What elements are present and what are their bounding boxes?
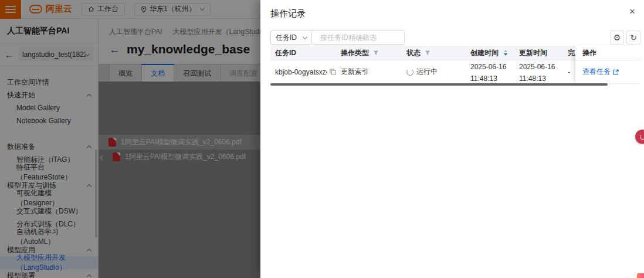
horizontal-scrollbar[interactable] [270,83,608,86]
operation-type-cell: 更新索引 [336,67,402,77]
chevron-down-icon [303,34,307,39]
status-cell: 运行中 [402,67,466,77]
created-at-cell: 2025-06-16 11:48:13 [466,59,514,84]
headset-icon [640,134,644,140]
column-header-finished-at: 完成时间 [563,48,575,58]
finished-at-cell: - [563,68,575,76]
column-header-updated-at: 更新时间 [514,48,563,58]
task-id: kbjob-0ogyatsxzo... [275,68,327,76]
refresh-icon[interactable]: ↻ [626,30,640,45]
status-text: 运行中 [416,67,438,77]
view-task-link[interactable]: 查看任务 [582,67,619,77]
filter-row: 任务ID [270,30,405,45]
operation-records-drawer: 操作记录 × 任务ID ⚙ ↻ 任务ID 操作类型 状态 创建时间 [260,0,644,278]
column-header-task-id: 任务ID [270,48,336,58]
filter-field-select[interactable]: 任务ID [270,30,312,45]
sort-icon[interactable] [504,50,507,56]
column-header-created-at[interactable]: 创建时间 [466,48,514,58]
table-toolbar: ⚙ ↻ [610,30,640,45]
search-box [312,30,405,45]
action-cell: 查看任务 [575,60,640,84]
filter-icon[interactable] [425,50,431,56]
filter-field-value: 任务ID [276,33,297,43]
updated-at-cell: 2025-06-16 11:48:13 [514,59,563,84]
external-link-icon [613,69,619,75]
task-id-cell: kbjob-0ogyatsxzo... [270,68,336,76]
corner-floating-widget[interactable] [637,273,644,278]
search-input[interactable] [320,33,411,42]
close-icon[interactable]: × [626,6,638,18]
fixed-action-column: 操作 查看任务 [575,46,640,84]
operation-records-table: 任务ID 操作类型 状态 创建时间 更新时间 完成时间 kbjob-0ogyat… [270,46,640,84]
filter-icon[interactable] [373,50,379,56]
column-header-status: 状态 [402,48,466,58]
loading-spinner-icon [406,69,413,76]
gear-icon[interactable]: ⚙ [610,30,624,45]
column-header-operation-type: 操作类型 [336,48,402,58]
drawer-title: 操作记录 [270,8,306,19]
copy-icon[interactable] [330,69,336,75]
column-header-action: 操作 [575,46,640,60]
